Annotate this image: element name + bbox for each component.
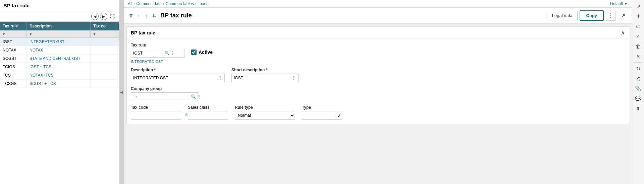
rule-type-select[interactable]: Normal Special Custom bbox=[235, 111, 295, 120]
field-row-4: Tax code 🔍 ⋮ Sales class bbox=[131, 105, 625, 120]
short-desc-more-icon[interactable]: ⋮ bbox=[291, 75, 296, 81]
tax-code-label: Tax code bbox=[131, 105, 181, 110]
description-label: Description * bbox=[131, 68, 225, 72]
cell-description: NOTAX+TCS bbox=[27, 71, 91, 79]
table-row[interactable]: SCGST STATE AND CENTRAL GST bbox=[0, 55, 119, 63]
cell-description: STATE AND CENTRAL GST bbox=[27, 55, 91, 63]
form-title: BP tax rule bbox=[160, 12, 544, 19]
tax-rule-input[interactable] bbox=[133, 51, 163, 56]
nav-last-button[interactable]: ⇊ bbox=[151, 12, 158, 19]
cell-tax-code bbox=[91, 80, 117, 88]
breadcrumb-common-tables[interactable]: Common tables bbox=[166, 1, 194, 6]
filter-row: ▼ ▼ ▼ bbox=[0, 30, 119, 38]
table-row[interactable]: NOTAX NOTAX bbox=[0, 46, 119, 55]
section-header: BP tax rule ∧ bbox=[127, 27, 629, 39]
short-description-label: Short description * bbox=[231, 68, 299, 72]
more-icon[interactable]: ⋮ bbox=[170, 51, 175, 56]
attach-button[interactable]: 📎 bbox=[634, 84, 643, 93]
nav-first-button[interactable]: ⇈ bbox=[128, 12, 135, 19]
tax-rule-label: Tax rule bbox=[131, 43, 184, 48]
tax-code-input[interactable] bbox=[133, 113, 183, 118]
collapse-handle[interactable]: ◀ bbox=[119, 0, 124, 184]
comment-button[interactable]: 💬 bbox=[634, 94, 643, 103]
refresh-button[interactable]: ↻ bbox=[634, 64, 643, 73]
nav-next-button[interactable]: ▶ bbox=[100, 13, 107, 20]
section-collapse-button[interactable]: ∧ bbox=[621, 29, 625, 36]
sales-class-input-wrapper bbox=[188, 111, 228, 120]
company-search-icon[interactable]: 🔍 bbox=[191, 94, 196, 99]
add-button[interactable]: + bbox=[634, 11, 643, 21]
nav-prev-button[interactable]: ◀ bbox=[91, 13, 99, 20]
company-more-icon[interactable]: ⋮ bbox=[197, 94, 201, 99]
short-description-group: Short description * ⋮ bbox=[231, 68, 299, 82]
cell-tax-rule: SCGST bbox=[0, 55, 27, 63]
desc-more-icon[interactable]: ⋮ bbox=[218, 75, 222, 81]
col-tax-rule: Tax rule bbox=[0, 22, 27, 30]
company-group-field: Company group → 🔍 ⋮ bbox=[131, 86, 198, 101]
type-group: Type bbox=[302, 105, 342, 120]
cell-tax-rule: TCIGS bbox=[0, 63, 27, 71]
nav-down-button[interactable]: ↓ bbox=[143, 12, 150, 19]
arrow-icon: → bbox=[133, 94, 138, 99]
breadcrumb-taxes[interactable]: Taxes bbox=[198, 1, 208, 6]
cell-tax-rule: IGST bbox=[0, 38, 27, 46]
cell-tax-code bbox=[91, 71, 117, 79]
short-description-input[interactable] bbox=[234, 76, 291, 80]
company-group-label: Company group bbox=[131, 86, 198, 91]
description-input-wrapper: ⋮ bbox=[131, 74, 225, 82]
type-input[interactable] bbox=[304, 113, 340, 118]
tax-code-input-wrapper: 🔍 ⋮ bbox=[131, 111, 181, 120]
filter-icon-2: ▼ bbox=[29, 32, 33, 36]
external-link-icon[interactable]: ↗ bbox=[618, 11, 628, 21]
right-sidebar: ↗ + ▭ ✓ 🗑 ✕ ↻ 🖨 📎 💬 ⬆ bbox=[632, 0, 644, 184]
rule-type-label: Rule type bbox=[235, 105, 295, 110]
upload-button[interactable]: ⬆ bbox=[634, 104, 643, 113]
legal-data-button[interactable]: Legal data bbox=[547, 11, 578, 20]
cell-tax-code bbox=[91, 38, 117, 46]
cancel-button[interactable]: ✕ bbox=[634, 52, 643, 61]
expand-button[interactable]: ⛶ bbox=[109, 13, 116, 20]
filter-icon-1: ▼ bbox=[2, 32, 6, 36]
search-icon[interactable]: 🔍 bbox=[165, 51, 170, 56]
col-tax-code: Tax co bbox=[91, 22, 117, 30]
description-input[interactable] bbox=[133, 76, 217, 80]
sales-class-input[interactable] bbox=[190, 113, 240, 118]
copy-record-button[interactable]: ▭ bbox=[634, 21, 643, 31]
print-button[interactable]: 🖨 bbox=[634, 74, 643, 83]
delete-button[interactable]: 🗑 bbox=[634, 41, 643, 51]
rule-type-group: Rule type Normal Special Custom bbox=[235, 105, 295, 120]
breadcrumb-all[interactable]: All bbox=[128, 1, 132, 6]
type-input-wrapper bbox=[302, 111, 342, 120]
short-description-input-wrapper: ⋮ bbox=[231, 74, 299, 82]
copy-button[interactable]: Copy bbox=[580, 10, 604, 21]
sidebar-divider bbox=[634, 62, 642, 63]
active-label: Active bbox=[199, 50, 213, 55]
type-label: Type bbox=[302, 105, 342, 110]
form-section: BP tax rule ∧ Tax rule 🔍 ⋮ INTEGRATED GS… bbox=[126, 26, 629, 124]
table-row[interactable]: IGST INTEGRATED GST bbox=[0, 38, 119, 46]
form-body: BP tax rule ∧ Tax rule 🔍 ⋮ INTEGRATED GS… bbox=[124, 24, 632, 184]
col-description: Description bbox=[27, 22, 91, 30]
more-options-button[interactable]: ⋮ bbox=[606, 11, 616, 21]
default-button[interactable]: Default ▼ bbox=[610, 1, 628, 6]
table-header: Tax rule Description Tax co bbox=[0, 22, 119, 30]
table-row[interactable]: TCSGS SCGST + TCS bbox=[0, 80, 119, 88]
table-row[interactable]: TCS NOTAX+TCS bbox=[0, 71, 119, 80]
tax-rule-input-wrapper: 🔍 ⋮ bbox=[131, 49, 184, 58]
cell-description: INTEGRATED GST bbox=[27, 38, 91, 46]
table-body: IGST INTEGRATED GST NOTAX NOTAX SCGST ST… bbox=[0, 38, 119, 184]
nav-up-button[interactable]: ↑ bbox=[136, 12, 142, 19]
breadcrumb: All › Common data › Common tables › Taxe… bbox=[124, 0, 632, 8]
breadcrumb-common-data[interactable]: Common data bbox=[136, 1, 161, 6]
table-row[interactable]: TCIGS IGST + TCS bbox=[0, 63, 119, 71]
open-external-button[interactable]: ↗ bbox=[634, 1, 643, 11]
company-group-input[interactable] bbox=[139, 94, 190, 99]
cell-tax-rule: TCSGS bbox=[0, 80, 27, 88]
tax-code-group: Tax code 🔍 ⋮ bbox=[131, 105, 181, 120]
nav-arrows: ⇈ ↑ ↓ ⇊ bbox=[128, 12, 158, 19]
validate-button[interactable]: ✓ bbox=[634, 31, 643, 41]
tax-rule-hint: INTEGRATED GST bbox=[131, 60, 184, 64]
company-group-input-wrapper: → 🔍 ⋮ bbox=[131, 92, 198, 101]
active-group: Active bbox=[191, 50, 213, 55]
active-checkbox[interactable] bbox=[191, 50, 197, 55]
